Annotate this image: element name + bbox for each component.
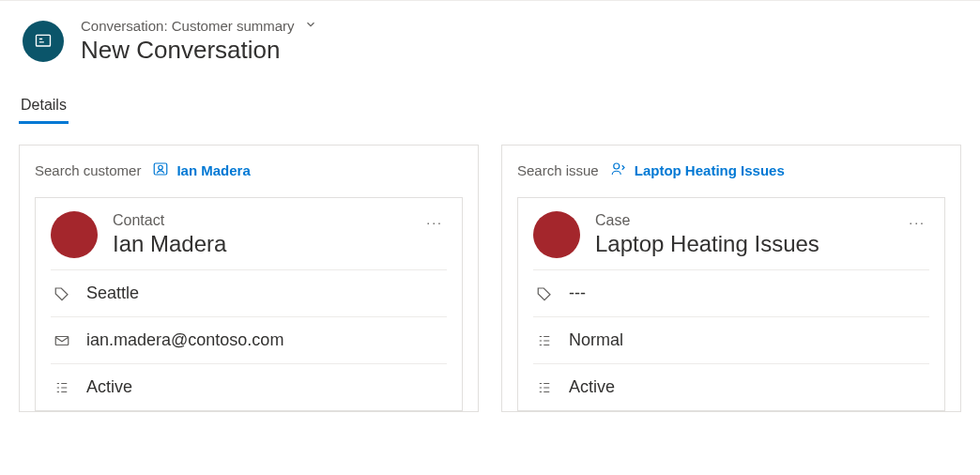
contact-icon: [152, 161, 169, 180]
conversation-entity-icon: [23, 21, 64, 62]
tag-icon: [53, 284, 71, 303]
panel-issue: Search issue Laptop Heating Issues Case …: [501, 145, 961, 412]
svg-point-2: [159, 165, 163, 170]
case-status-row: Active: [533, 364, 929, 410]
list-icon: [535, 378, 554, 397]
breadcrumb-dropdown[interactable]: Conversation: Customer summary: [81, 18, 317, 34]
contact-email: ian.madera@contoso.com: [86, 330, 283, 350]
case-card: Case Laptop Heating Issues ··· --- Norma…: [517, 197, 945, 411]
more-menu-button[interactable]: ···: [426, 215, 443, 230]
panel-customer-header: Search customer Ian Madera: [35, 161, 463, 180]
contact-location-row: Seattle: [51, 270, 447, 317]
page-header: Conversation: Customer summary New Conve…: [0, 0, 980, 76]
case-icon: [610, 161, 627, 180]
contact-card: Contact Ian Madera ··· Seattle ian.mader…: [35, 197, 463, 411]
list-icon: [535, 331, 554, 350]
contact-card-name: Ian Madera: [113, 231, 226, 257]
case-card-type: Case: [595, 212, 819, 229]
contact-status: Active: [86, 377, 132, 397]
panels-row: Search customer Ian Madera Contact Ian M…: [0, 124, 980, 412]
case-card-top: Case Laptop Heating Issues ···: [533, 211, 929, 270]
mail-icon: [53, 331, 71, 350]
case-priority: Normal: [569, 330, 623, 350]
search-customer-label: Search customer: [35, 162, 141, 178]
avatar: [533, 211, 580, 258]
tabs: Details: [0, 91, 980, 124]
avatar: [51, 211, 98, 258]
case-location: ---: [569, 283, 586, 303]
svg-rect-0: [37, 35, 51, 46]
search-issue-label: Search issue: [517, 162, 599, 178]
list-icon: [53, 378, 71, 397]
contact-status-row: Active: [51, 364, 447, 410]
case-card-name: Laptop Heating Issues: [595, 231, 819, 257]
case-status: Active: [569, 377, 615, 397]
issue-link[interactable]: Laptop Heating Issues: [610, 161, 785, 180]
more-menu-button[interactable]: ···: [909, 215, 926, 230]
contact-location: Seattle: [86, 283, 139, 303]
customer-link[interactable]: Ian Madera: [152, 161, 250, 180]
contact-card-type: Contact: [113, 212, 226, 229]
chevron-down-icon: [304, 18, 317, 34]
issue-link-text: Laptop Heating Issues: [635, 162, 785, 178]
panel-customer: Search customer Ian Madera Contact Ian M…: [19, 145, 479, 412]
svg-point-4: [613, 163, 619, 169]
breadcrumb-label: Conversation: Customer summary: [81, 18, 295, 34]
page-title: New Conversation: [81, 36, 317, 65]
contact-card-top: Contact Ian Madera ···: [51, 211, 447, 270]
tag-icon: [535, 284, 554, 303]
header-text: Conversation: Customer summary New Conve…: [81, 18, 317, 65]
contact-email-row: ian.madera@contoso.com: [51, 317, 447, 364]
svg-rect-3: [55, 336, 69, 345]
panel-issue-header: Search issue Laptop Heating Issues: [517, 161, 945, 180]
customer-link-text: Ian Madera: [176, 162, 250, 178]
case-priority-row: Normal: [533, 317, 929, 364]
tab-details[interactable]: Details: [19, 91, 69, 124]
case-location-row: ---: [533, 270, 929, 317]
